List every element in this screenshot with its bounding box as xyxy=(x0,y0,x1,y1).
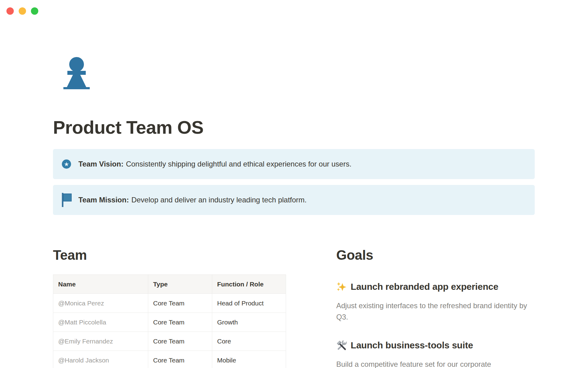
goal-description[interactable]: Build a competitive feature set for our … xyxy=(336,358,535,368)
callout-text: Develop and deliver an industry leading … xyxy=(131,196,307,204)
person-mention[interactable]: @Emily Fernandez xyxy=(58,338,113,345)
cell-name[interactable]: @Monica Perez xyxy=(53,294,148,313)
minimize-window-button[interactable] xyxy=(19,7,26,15)
cell-type[interactable]: Core Team xyxy=(148,294,212,313)
cell-name[interactable]: @Matt Piccolella xyxy=(53,313,148,332)
goals-heading[interactable]: Goals xyxy=(336,247,535,263)
column-header-name[interactable]: Name xyxy=(53,275,148,294)
callout-team-mission[interactable]: Team Mission:Develop and deliver an indu… xyxy=(53,185,535,215)
callout-team-vision[interactable]: ★ Team Vision:Consistently shipping deli… xyxy=(53,149,535,179)
person-mention[interactable]: @Monica Perez xyxy=(58,300,104,307)
page-title[interactable]: Product Team OS xyxy=(53,116,203,139)
callout-team-mission-text: Team Mission:Develop and deliver an indu… xyxy=(78,195,307,205)
callout-team-vision-text: Team Vision:Consistently shipping deligh… xyxy=(78,159,352,169)
tools-icon xyxy=(336,340,347,351)
star-badge-icon: ★ xyxy=(62,159,72,169)
person-mention[interactable]: @Harold Jackson xyxy=(58,357,109,364)
table-row: @Matt Piccolella Core Team Growth xyxy=(53,313,286,332)
column-header-type[interactable]: Type xyxy=(148,275,212,294)
column-header-function-role[interactable]: Function / Role xyxy=(212,275,286,294)
goal-item-business-tools[interactable]: Launch business-tools suite xyxy=(336,339,535,351)
table-row: @Monica Perez Core Team Head of Product xyxy=(53,294,286,313)
window-controls xyxy=(6,7,38,15)
cell-function-role[interactable]: Core xyxy=(212,332,286,351)
cell-name[interactable]: @Harold Jackson xyxy=(53,351,148,368)
goal-title-text: Launch business-tools suite xyxy=(351,339,473,351)
callout-label: Team Vision: xyxy=(78,160,123,168)
goal-title-text: Launch rebranded app experience xyxy=(351,281,498,293)
page-icon-pawn[interactable] xyxy=(63,57,90,89)
table-header-row: Name Type Function / Role xyxy=(53,275,286,294)
cell-type[interactable]: Core Team xyxy=(148,332,212,351)
cell-function-role[interactable]: Head of Product xyxy=(212,294,286,313)
pawn-icon xyxy=(63,57,90,89)
team-table: Name Type Function / Role @Monica Perez … xyxy=(53,274,286,368)
team-section: Team Name Type Function / Role @Monica P… xyxy=(53,247,322,368)
callout-label: Team Mission: xyxy=(78,196,129,204)
goals-section: Goals Launch rebranded app experience Ad… xyxy=(336,247,535,368)
table-row: @Harold Jackson Core Team Mobile xyxy=(53,351,286,368)
zoom-window-button[interactable] xyxy=(31,7,38,15)
goal-description[interactable]: Adjust existing interfaces to the refres… xyxy=(336,300,535,323)
table-row: @Emily Fernandez Core Team Core xyxy=(53,332,286,351)
cell-name[interactable]: @Emily Fernandez xyxy=(53,332,148,351)
close-window-button[interactable] xyxy=(6,7,14,15)
cell-type[interactable]: Core Team xyxy=(148,351,212,368)
sparkles-icon xyxy=(336,282,347,292)
flag-icon xyxy=(62,193,72,207)
cell-function-role[interactable]: Growth xyxy=(212,313,286,332)
callout-text: Consistently shipping delightful and eth… xyxy=(126,160,351,168)
goal-item-rebranded-app[interactable]: Launch rebranded app experience xyxy=(336,281,535,293)
team-heading[interactable]: Team xyxy=(53,247,322,263)
person-mention[interactable]: @Matt Piccolella xyxy=(58,319,106,326)
cell-function-role[interactable]: Mobile xyxy=(212,351,286,368)
cell-type[interactable]: Core Team xyxy=(148,313,212,332)
